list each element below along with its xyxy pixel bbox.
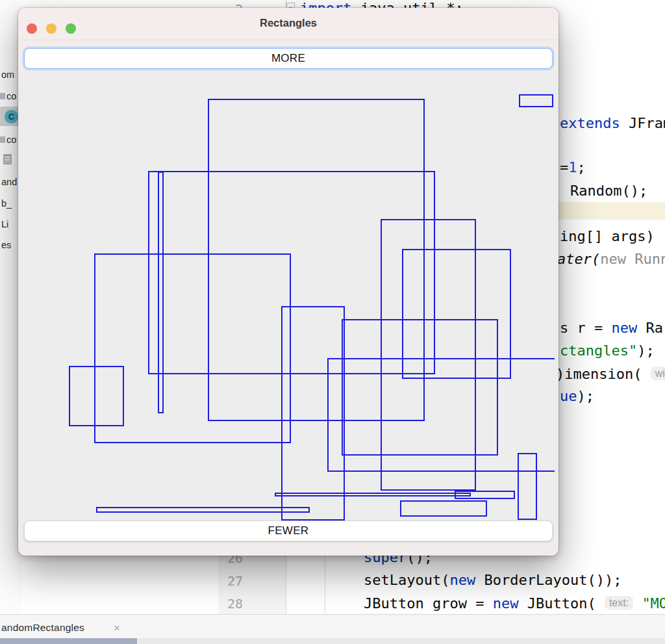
code-line: extends JFram (560, 114, 665, 132)
code-line: ue); (560, 387, 594, 405)
project-item-label: b_ (1, 198, 12, 209)
code-line: )imension( wid (556, 365, 665, 383)
line-number: 27 (216, 573, 243, 590)
more-button[interactable]: MORE (24, 48, 553, 69)
fewer-button[interactable]: FEWER (24, 521, 553, 541)
gutter-separator (325, 549, 325, 614)
blue-rectangle (518, 453, 537, 520)
blue-rectangle (519, 94, 553, 107)
blue-rectangle (69, 366, 124, 426)
blue-rectangle (275, 493, 471, 496)
blue-rectangle (96, 507, 310, 513)
window-titlebar[interactable]: Rectangles (18, 8, 558, 40)
tab-close-icon[interactable]: × (114, 622, 120, 635)
project-item-label: Li (1, 219, 8, 229)
code-line: ater(new Runn (557, 250, 665, 268)
current-line-highlight (547, 202, 665, 220)
project-item-label: co (6, 91, 16, 101)
line-number: 28 (216, 595, 243, 613)
code-line: setLayout(new BorderLayout()); (364, 571, 621, 589)
rectangles-window: Rectangles MORE FEWER (18, 8, 558, 556)
selected-tab-indicator (0, 638, 137, 644)
tab-stripe-row (0, 638, 665, 644)
tab-randomrectangles[interactable]: andomRectangles (1, 622, 84, 634)
file-icon (3, 154, 12, 164)
gutter-separator (286, 549, 286, 614)
class-icon: C (5, 110, 18, 123)
project-item-label: om (1, 70, 14, 80)
code-line: =1; (560, 159, 586, 176)
window-title: Rectangles (18, 17, 558, 29)
drawing-canvas (23, 73, 555, 528)
code-line: ctangles"); (560, 342, 655, 359)
code-line: Random(); (570, 182, 647, 200)
code-line: s r = new Ra (560, 319, 663, 337)
blue-rectangle (400, 500, 487, 517)
folder-icon (0, 136, 5, 143)
bottom-tab-bar: andomRectangles × (0, 614, 665, 644)
project-item-label: es (1, 240, 11, 250)
code-line: JButton grow = new JButton( text: "MO (364, 594, 665, 612)
folder-icon (0, 93, 5, 99)
code-line: ing[] args) (560, 227, 655, 245)
project-item-label: co (6, 135, 16, 145)
project-item-label: and (1, 177, 17, 187)
